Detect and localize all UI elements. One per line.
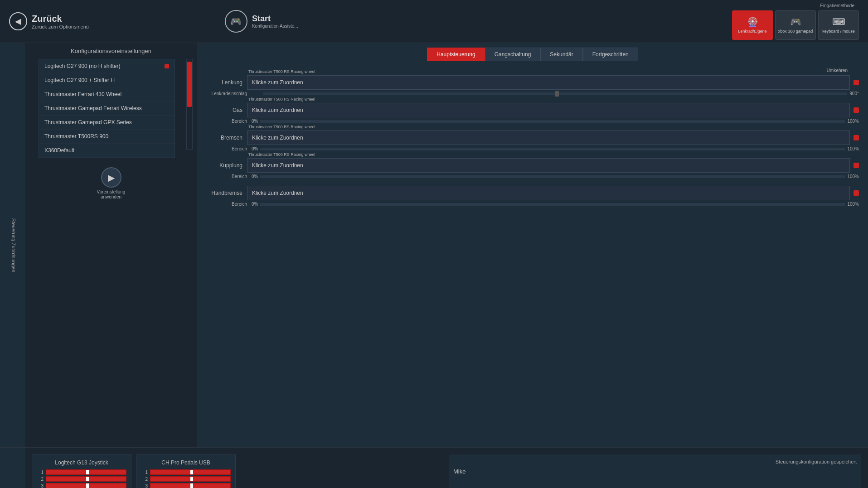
bremsen-assign-btn[interactable]: Klicke zum Zuordnen: [247, 130, 850, 145]
handbremse-section: Handbremse Klicke zum Zuordnen Bereich 0…: [206, 186, 859, 207]
tab-bar: Hauptsteuerung Gangschaltung Sekundär Fo…: [206, 48, 859, 61]
axis-thumb-l-1: [86, 470, 89, 474]
handbremse-row: Handbremse Klicke zum Zuordnen: [206, 186, 859, 200]
config-item-label-4: Thrustmaster Gamepad GPX Series: [44, 119, 132, 126]
lenkung-row: Lenkung Thrustmaster T500 RS Racing whee…: [206, 75, 859, 90]
lenkung-device: Thrustmaster T500 RS Racing wheel: [247, 69, 316, 74]
config-item-label-2: Thrustmaster Ferrari 430 Wheel: [44, 91, 121, 97]
bremsen-range-start: 0%: [252, 146, 258, 151]
config-item-3[interactable]: Thrustmaster Gamepad Ferrari Wireless: [39, 101, 175, 116]
tab-fortgeschritten[interactable]: Fortgeschritten: [583, 48, 638, 61]
lenkung-red-dot: [853, 80, 859, 85]
config-section: Konfigurationsvoreinstellungen Logitech …: [25, 43, 197, 447]
lenkrad-label: Lenkrad/Eigene: [738, 29, 766, 34]
axis-num-l-3: 3: [37, 483, 44, 488]
handbremse-range-label: Bereich: [206, 202, 247, 207]
handbremse-range-row: Bereich 0% 100%: [206, 202, 859, 207]
bremsen-red-dot: [853, 135, 859, 140]
axis-num-c-3: 3: [141, 483, 148, 488]
axis-num-c-2: 2: [141, 477, 148, 482]
gas-range-end: 100%: [847, 119, 859, 124]
handbremse-red-dot: [853, 190, 859, 196]
tab-hauptsteuerung[interactable]: Hauptsteuerung: [427, 48, 485, 61]
logitech-title: Logitech G13 Joystick: [37, 459, 126, 466]
kupplung-device: Thrustmaster T500 RS Racing wheel: [247, 152, 316, 157]
saved-status: Steuerungskonfiguration gespeichert: [453, 459, 857, 464]
handbremse-assign-btn[interactable]: Klicke zum Zuordnen: [247, 186, 850, 200]
apply-icon: ▶: [101, 167, 121, 188]
kupplung-range-end: 100%: [847, 174, 859, 179]
config-item-label-3: Thrustmaster Gamepad Ferrari Wireless: [44, 105, 142, 111]
input-buttons: 🎡 Lenkrad/Eigene 🎮 xbox 360 gamepad ⌨ ke…: [732, 10, 859, 40]
handbremse-assign-wrapper: Klicke zum Zuordnen: [247, 186, 850, 200]
axis-bar-c-2: [150, 476, 231, 482]
axis-num-l-2: 2: [37, 477, 44, 482]
kupplung-assign-btn[interactable]: Klicke zum Zuordnen: [247, 158, 850, 173]
kupplung-range-row: Bereich 0% 100%: [206, 174, 859, 179]
config-list-wrapper: Logitech G27 900 (no H shifter) Logitech…: [29, 59, 193, 158]
bremsen-range-end: 100%: [847, 146, 859, 151]
bottom-section: Erkannte Eingabegeräte Logitech G13 Joys…: [0, 447, 868, 488]
config-item-6[interactable]: X360Default: [39, 144, 175, 158]
gas-device: Thrustmaster T500 RS Racing wheel: [247, 97, 316, 102]
apply-button[interactable]: ▶ Voreinstellunganwenden: [25, 167, 197, 199]
lenkung-label: Lenkung: [206, 79, 242, 86]
lenkung-assign-btn[interactable]: Klicke zum Zuordnen: [247, 75, 850, 90]
axis-row-l-3: 3: [37, 483, 126, 488]
kupplung-assign-wrapper: Thrustmaster T500 RS Racing wheel Klicke…: [247, 158, 850, 173]
axis-row-c-3: 3: [141, 483, 231, 488]
bremsen-device: Thrustmaster T500 RS Racing wheel: [247, 124, 316, 130]
main-area: Steuerung Zuordnungen Konfigurationsvore…: [0, 43, 868, 447]
gas-label: Gas: [206, 107, 242, 113]
input-btn-keyboard[interactable]: ⌨ keyboard / mouse: [818, 10, 859, 40]
handbremse-range-end: 100%: [847, 202, 859, 207]
gas-range-label: Bereich: [206, 119, 247, 124]
back-button[interactable]: ◀ Zurück Zurück zum Optionsmenü: [9, 12, 89, 30]
tab-gangschaltung[interactable]: Gangschaltung: [485, 48, 541, 61]
axis-thumb-l-3: [86, 483, 89, 488]
bremsen-row: Bremsen Thrustmaster T500 RS Racing whee…: [206, 130, 859, 145]
gas-row: Gas Thrustmaster T500 RS Racing wheel Kl…: [206, 103, 859, 117]
lenkung-range-row: Lenkradeinschlag 900°: [206, 91, 859, 96]
config-item-1[interactable]: Logitech G27 900 + Shifter H: [39, 73, 175, 87]
gas-assign-btn[interactable]: Klicke zum Zuordnen: [247, 103, 850, 117]
kupplung-range-label: Bereich: [206, 174, 247, 179]
config-item-0[interactable]: Logitech G27 900 (no H shifter): [39, 59, 175, 73]
config-scroll-thumb: [187, 62, 192, 107]
input-btn-xbox[interactable]: 🎮 xbox 360 gamepad: [775, 10, 816, 40]
config-item-label-1: Logitech G27 900 + Shifter H: [44, 77, 115, 83]
kupplung-label: Kupplung: [206, 162, 242, 169]
axis-row-c-1: 1: [141, 469, 231, 475]
input-btn-lenkrad[interactable]: 🎡 Lenkrad/Eigene: [732, 10, 773, 40]
lenkung-range-thumb[interactable]: [555, 91, 559, 97]
keyboard-label: keyboard / mouse: [822, 29, 855, 34]
axis-row-c-2: 2: [141, 476, 231, 482]
start-button[interactable]: 🎮 Start Konfiguration Assiste...: [225, 10, 298, 33]
config-item-2[interactable]: Thrustmaster Ferrari 430 Wheel: [39, 87, 175, 101]
gas-red-dot: [853, 107, 859, 113]
start-icon: 🎮: [225, 10, 247, 33]
axis-thumb-c-3: [190, 483, 193, 488]
config-item-4[interactable]: Thrustmaster Gamepad GPX Series: [39, 116, 175, 130]
config-title: Konfigurationsvoreinstellungen: [25, 48, 197, 54]
start-text: Start Konfiguration Assiste...: [252, 14, 298, 29]
bottom-left-sidebar: Erkannte Eingabegeräte: [0, 448, 25, 488]
start-subtitle: Konfiguration Assiste...: [252, 24, 298, 29]
axis-bar-l-3: [46, 483, 126, 488]
config-item-5[interactable]: Thrustmaster T500RS 900: [39, 130, 175, 144]
kupplung-range-bar: [260, 175, 845, 178]
axis-bar-l-1: [46, 469, 126, 475]
config-list: Logitech G27 900 (no H shifter) Logitech…: [39, 59, 175, 158]
axis-bar-c-1: [150, 469, 231, 475]
handbremse-label: Handbremse: [206, 190, 242, 196]
xbox-icon: 🎮: [790, 16, 801, 27]
bremsen-range-label: Bereich: [206, 146, 247, 151]
back-title: Zurück: [32, 14, 89, 24]
config-scrollbar[interactable]: [186, 59, 193, 150]
eingabe-label: Eingabemethode: [820, 3, 854, 8]
device-cards: Logitech G13 Joystick 1 2 3 4 5 6 7 8 1 …: [25, 448, 442, 488]
tab-sekundaer[interactable]: Sekundär: [540, 48, 582, 61]
range-end-lenkung: 900°: [849, 91, 859, 96]
bremsen-section: Bremsen Thrustmaster T500 RS Racing whee…: [206, 130, 859, 151]
handbremse-range-bar: [260, 203, 845, 206]
